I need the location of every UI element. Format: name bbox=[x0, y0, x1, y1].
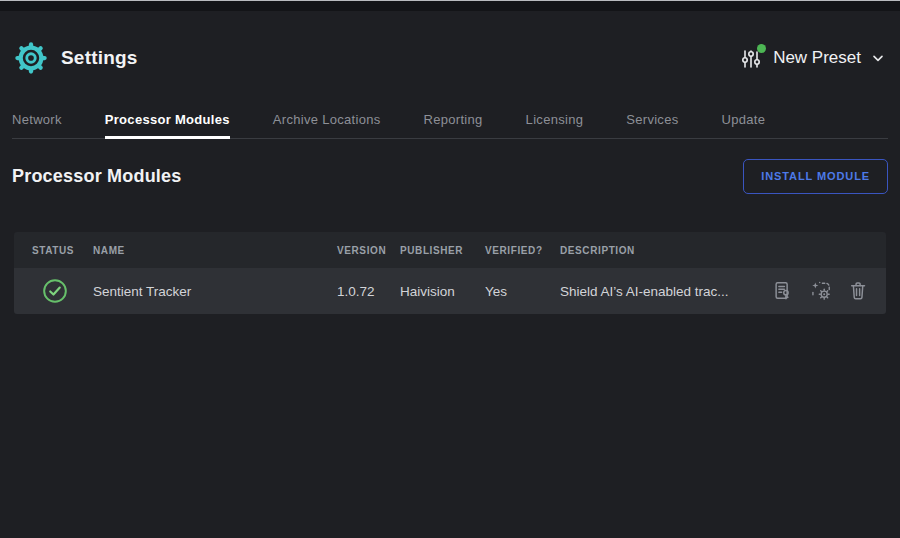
license-icon[interactable] bbox=[772, 280, 794, 302]
preset-status-dot bbox=[757, 44, 766, 53]
tab-update[interactable]: Update bbox=[722, 100, 766, 138]
section-title: Processor Modules bbox=[12, 166, 181, 187]
status-cell bbox=[14, 278, 93, 304]
tab-services[interactable]: Services bbox=[626, 100, 678, 138]
processor-modules-table: STATUS NAME VERSION PUBLISHER VERIFIED? … bbox=[14, 232, 886, 314]
col-publisher: PUBLISHER bbox=[400, 245, 485, 256]
module-version: 1.0.72 bbox=[337, 284, 400, 299]
settings-gear-icon bbox=[14, 41, 48, 75]
install-module-button[interactable]: INSTALL MODULE bbox=[743, 159, 888, 194]
window-top-strip bbox=[0, 1, 900, 11]
settings-tab-bar: Network Processor Modules Archive Locati… bbox=[12, 100, 888, 139]
module-name: Sentient Tracker bbox=[93, 284, 337, 299]
col-status: STATUS bbox=[14, 245, 93, 256]
module-verified: Yes bbox=[485, 284, 560, 299]
col-version: VERSION bbox=[337, 245, 400, 256]
tab-licensing[interactable]: Licensing bbox=[526, 100, 584, 138]
page-title: Settings bbox=[61, 47, 138, 69]
module-description: Shield AI’s AI-enabled trac... bbox=[560, 284, 750, 299]
section-header: Processor Modules INSTALL MODULE bbox=[12, 158, 888, 194]
row-actions bbox=[750, 280, 886, 302]
chevron-down-icon bbox=[870, 50, 886, 66]
check-circle-icon bbox=[42, 278, 68, 304]
col-verified: VERIFIED? bbox=[485, 245, 560, 256]
preset-dropdown[interactable]: New Preset bbox=[740, 45, 886, 71]
module-publisher: Haivision bbox=[400, 284, 485, 299]
tab-network[interactable]: Network bbox=[12, 100, 62, 138]
app-header: Settings New Preset bbox=[14, 38, 886, 78]
delete-icon[interactable] bbox=[848, 280, 870, 302]
module-settings-icon[interactable] bbox=[810, 280, 832, 302]
table-row: Sentient Tracker 1.0.72 Haivision Yes Sh… bbox=[14, 268, 886, 314]
table-header-row: STATUS NAME VERSION PUBLISHER VERIFIED? … bbox=[14, 232, 886, 268]
tab-archive-locations[interactable]: Archive Locations bbox=[273, 100, 381, 138]
col-description: DESCRIPTION bbox=[560, 245, 750, 256]
tab-processor-modules[interactable]: Processor Modules bbox=[105, 100, 230, 138]
preset-name: New Preset bbox=[773, 48, 861, 68]
tab-reporting[interactable]: Reporting bbox=[424, 100, 483, 138]
col-name: NAME bbox=[93, 245, 337, 256]
preset-sliders-icon bbox=[740, 45, 764, 71]
